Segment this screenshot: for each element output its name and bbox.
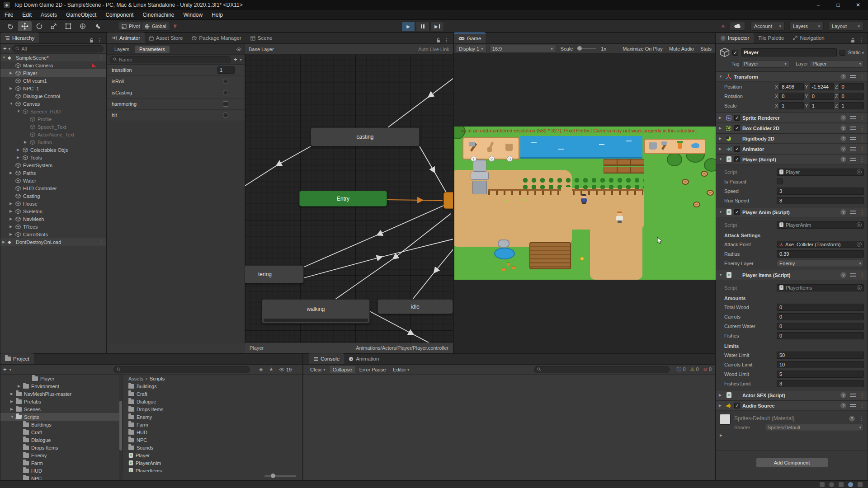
component-header-transform[interactable]: ▼ Transform ?⋮ bbox=[716, 71, 868, 82]
parameter-value-control[interactable]: 1 bbox=[217, 66, 235, 74]
project-file-item[interactable]: Sounds bbox=[123, 444, 302, 451]
tab-game[interactable]: Game bbox=[454, 33, 486, 43]
object-picker-icon[interactable]: ⊙ bbox=[857, 242, 862, 247]
rect-tool-icon[interactable] bbox=[61, 21, 75, 31]
console-search-input[interactable] bbox=[534, 366, 670, 373]
grid-snap-icon[interactable]: # bbox=[168, 21, 182, 31]
hierarchy-item[interactable]: ◆ DontDestroyOnLoad ⋮ bbox=[0, 238, 106, 246]
pause-button[interactable] bbox=[416, 21, 429, 31]
component-header-box-collider[interactable]: ▶ ✓ Box Collider 2D ?⋮ bbox=[716, 123, 868, 133]
kebab-menu-icon[interactable]: ⋮ bbox=[859, 136, 865, 142]
tab-scene[interactable]: Scene bbox=[246, 33, 277, 43]
add-parameter-button[interactable]: + bbox=[234, 56, 237, 63]
parameter-value-control[interactable] bbox=[223, 90, 228, 95]
expand-arrow-icon[interactable] bbox=[9, 86, 15, 90]
favorites-star-icon[interactable]: ★ bbox=[269, 366, 274, 372]
status-icon[interactable] bbox=[858, 482, 863, 487]
eye-icon[interactable] bbox=[236, 47, 242, 51]
material-expand-arrow[interactable]: ▶ bbox=[720, 433, 722, 437]
info-count[interactable]: ⓘ 0 bbox=[676, 366, 685, 373]
hierarchy-item[interactable]: ◆ Dialogue Control ⋮ bbox=[0, 92, 106, 100]
component-enabled-checkbox[interactable]: ✓ bbox=[734, 115, 740, 121]
presets-icon[interactable] bbox=[850, 74, 856, 79]
move-tool-icon[interactable] bbox=[18, 21, 32, 31]
console-log-area[interactable] bbox=[303, 375, 715, 480]
parameter-row[interactable]: hit bbox=[107, 110, 245, 121]
presets-icon[interactable] bbox=[850, 146, 856, 151]
component-enabled-checkbox[interactable]: ✓ bbox=[734, 209, 740, 215]
x-field[interactable]: 8.498 bbox=[779, 83, 804, 90]
component-enabled-checkbox[interactable]: ✓ bbox=[734, 125, 740, 131]
project-file-item[interactable]: # Player bbox=[123, 451, 302, 459]
object-picker-icon[interactable]: ⊙ bbox=[857, 222, 862, 227]
hierarchy-item[interactable]: ◆ Canvas ⋮ bbox=[0, 100, 106, 108]
project-file-item[interactable]: Enemy bbox=[123, 413, 302, 421]
kebab-menu-icon[interactable]: ⋮ bbox=[859, 115, 865, 121]
status-icon[interactable] bbox=[848, 482, 853, 487]
component-enabled-checkbox[interactable]: ✓ bbox=[734, 403, 740, 408]
project-file-item[interactable]: # PlayerItems bbox=[123, 467, 302, 472]
expand-arrow-icon[interactable] bbox=[9, 225, 15, 229]
project-folder-item[interactable]: NavMeshPlus-master bbox=[0, 390, 123, 398]
project-folder-item[interactable]: Environment bbox=[0, 382, 123, 390]
account-dropdown[interactable]: Account▾ bbox=[750, 22, 785, 31]
hierarchy-item[interactable]: ◆ SampleScene* ⋮ bbox=[0, 54, 106, 61]
hierarchy-item[interactable]: ◆ CarrotSlots ⋮ bbox=[0, 230, 106, 238]
help-icon[interactable]: ? bbox=[849, 416, 855, 422]
hierarchy-item[interactable]: ◆ Colectables Objs ⋮ bbox=[0, 146, 106, 154]
limit-field[interactable]: 10 bbox=[777, 361, 864, 368]
y-field[interactable]: 0 bbox=[810, 93, 834, 100]
kebab-menu-icon[interactable]: ⋮ bbox=[859, 74, 865, 80]
stats-toggle[interactable]: Stats bbox=[698, 46, 713, 52]
project-folder-item[interactable]: HUD bbox=[0, 467, 123, 474]
hierarchy-item[interactable]: ◆ ActorName_Text ⋮ bbox=[0, 131, 106, 138]
hierarchy-item[interactable]: ◆ Button ⋮ bbox=[0, 138, 106, 146]
expand-arrow-icon[interactable] bbox=[24, 140, 29, 144]
error-count[interactable]: ⊘ 0 bbox=[703, 366, 712, 372]
z-field[interactable]: 1 bbox=[839, 102, 864, 109]
menu-item[interactable]: Help bbox=[207, 12, 227, 18]
project-file-item[interactable]: NPC bbox=[123, 436, 302, 444]
presets-icon[interactable] bbox=[850, 126, 856, 131]
limit-field[interactable]: 5 bbox=[777, 371, 864, 378]
breadcrumb-assets[interactable]: Assets bbox=[128, 376, 143, 381]
component-header-player-items[interactable]: ▼ # Player Items (Script) ?⋮ bbox=[716, 270, 868, 280]
presets-icon[interactable] bbox=[850, 393, 856, 398]
scene-kebab-icon[interactable]: ⋮ bbox=[99, 55, 104, 61]
kebab-menu-icon[interactable]: ⋮ bbox=[859, 146, 865, 152]
object-picker-icon[interactable]: ⊙ bbox=[857, 285, 862, 290]
kebab-menu-icon[interactable]: ⋮ bbox=[859, 209, 865, 216]
tab-tile-palette[interactable]: Tile Palette bbox=[754, 33, 788, 43]
kebab-menu-icon[interactable]: ⋮ bbox=[859, 392, 865, 399]
status-icon[interactable] bbox=[829, 482, 834, 487]
tab-animator[interactable]: Animator bbox=[107, 33, 145, 43]
add-button[interactable]: + bbox=[3, 366, 7, 373]
run-speed-field[interactable]: 8 bbox=[777, 197, 864, 204]
breadcrumb-current[interactable]: Scripts bbox=[150, 376, 165, 381]
add-dropdown-arrow[interactable]: ▾ bbox=[9, 47, 11, 51]
project-folder-item[interactable]: Scenes bbox=[0, 405, 123, 413]
help-icon[interactable]: ? bbox=[840, 156, 846, 162]
hierarchy-item[interactable]: ◆ Water ⋮ bbox=[0, 177, 106, 184]
project-folder-item[interactable]: Player bbox=[0, 375, 123, 382]
expand-arrow-icon[interactable] bbox=[9, 209, 15, 213]
presets-icon[interactable] bbox=[850, 403, 856, 408]
presets-icon[interactable] bbox=[850, 272, 856, 277]
presets-icon[interactable] bbox=[850, 157, 856, 162]
tab-asset-store[interactable]: Asset Store bbox=[145, 33, 187, 43]
add-component-button[interactable]: Add Component bbox=[756, 458, 828, 468]
hierarchy-item[interactable]: ◆ CM vcam1 ⋮ bbox=[0, 77, 106, 84]
script-object-field[interactable]: #PlayerAnim⊙ bbox=[777, 221, 864, 229]
expand-arrow-icon[interactable] bbox=[9, 217, 15, 221]
cloud-button[interactable] bbox=[730, 22, 745, 31]
transform-tool-icon[interactable] bbox=[76, 21, 90, 31]
hierarchy-item[interactable]: ◆ Tools ⋮ bbox=[0, 154, 106, 161]
component-header-sprite-renderer[interactable]: ▶ ✓ Sprite Renderer ?⋮ bbox=[716, 113, 868, 123]
collapse-toggle[interactable]: Collapse bbox=[330, 366, 355, 373]
help-icon[interactable]: ? bbox=[840, 403, 846, 408]
expand-arrow-icon[interactable] bbox=[17, 109, 22, 113]
hand-tool-icon[interactable] bbox=[4, 21, 17, 31]
active-checkbox[interactable]: ✓ bbox=[732, 50, 738, 56]
expand-arrow-icon[interactable] bbox=[2, 240, 8, 244]
search-by-type-icon[interactable]: ◈ bbox=[259, 366, 263, 372]
